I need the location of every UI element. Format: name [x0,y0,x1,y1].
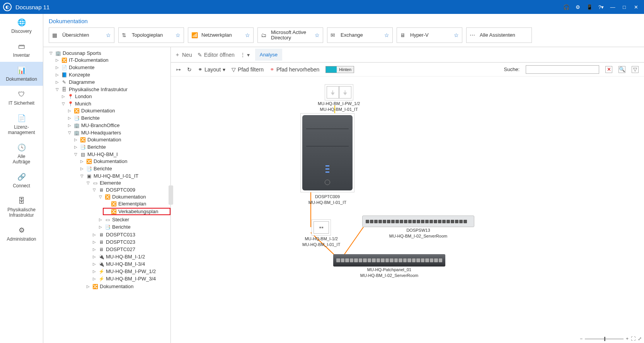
diagram-switch[interactable]: DOSPSW13 MU-HQ-BM_I-02_ServerRoom [362,216,474,239]
zoom-out-icon[interactable]: − [580,336,583,341]
tile-netzwerk[interactable]: 📶Netzwerkplan☆ [188,27,254,43]
nav-it-sicherheit[interactable]: 🛡IT Sicherheit [0,86,43,110]
tile-hyperv[interactable]: 🖥Hyper-V☆ [397,27,462,43]
fit-icon[interactable]: ⛶ [631,336,635,341]
tree-diagramme[interactable]: ▷✎Diagramme [53,79,170,85]
tree-pc009-berichte[interactable]: ▷📑Berichte [97,224,170,230]
diagram-power-outlet[interactable]: ⏚⏚ MU-HQ-BM_I-PW_1/2 MU-HQ-BM_I-01_IT [318,84,360,112]
tree-munich-doku[interactable]: ▷🔀Dokumentation [66,107,170,114]
diagram-toolbar: ↦ ↻ ⚭Layout ▾ ▽Pfad filtern ⚭Pfad hervor… [171,63,644,76]
nav-auftraege[interactable]: 🕓Alle Aufträge [0,139,43,168]
star-icon[interactable]: ☆ [384,32,389,38]
search-icon[interactable]: 🔍 [618,66,625,73]
new-button[interactable]: ＋Neu [175,51,192,58]
filter-path-button[interactable]: ▽Pfad filtern [232,66,264,73]
gear-icon[interactable]: ⚙ [573,2,583,12]
star-icon[interactable]: ☆ [175,32,181,38]
diagram-patchpanel[interactable]: MU-HQ-Patchpanel_01 MU-HQ-BM_I-02_Server… [333,254,445,278]
tree-elemente[interactable]: ▽▭Elemente [84,180,170,186]
nav-connect[interactable]: 🔗Connect [0,168,43,192]
legend-hinten[interactable]: Hinten [325,66,354,73]
minimize-icon[interactable]: — [608,2,618,12]
tree-stecker[interactable]: ▷▭Stecker [97,216,170,223]
star-icon[interactable]: ☆ [315,32,320,38]
tile-uebersichten[interactable]: ▦Übersichten☆ [49,27,114,43]
tree-bm[interactable]: ▽▤MU-HQ-BM_I [72,151,170,158]
filter-icon[interactable]: ▽ [632,66,639,73]
license-icon: 📄 [17,114,26,123]
layout-menu[interactable]: ⚭Layout ▾ [198,66,225,73]
diagram-canvas[interactable]: ⏚⏚ MU-HQ-BM_I-PW_1/2 MU-HQ-BM_I-01_IT DO… [171,76,644,343]
fullscreen-icon[interactable]: ⤢ [638,336,642,341]
nav-administration[interactable]: ⚙Administration [0,222,43,246]
diagram-pc[interactable]: DOSPTC009 MU-HQ-BM_I-01_IT [300,113,354,205]
switch-icon [362,216,474,227]
app-title: Docusnap 11 [15,4,560,10]
pencil-icon: ✎ [198,52,202,58]
title-bar: ◐ Docusnap 11 🎧 ⚙ 📱 ?▾ — □ ✕ [0,0,644,14]
tree-hq-doku[interactable]: ▷🔀Dokumentation [72,136,170,143]
tab-analyse[interactable]: Analyse [255,49,282,61]
tree-pw34[interactable]: ▷⚡MU-HQ-BM_I-PW_3/4 [90,275,170,282]
star-icon[interactable]: ☆ [106,32,111,38]
tree-bm-doku[interactable]: ▷🔀Dokumentation [78,158,170,165]
tree-itdoc[interactable]: ▷🔀IT-Dokumentation [53,57,170,63]
tile-exchange[interactable]: ✉Exchange☆ [327,27,393,43]
tree-room-doku[interactable]: ▷🔀Dokumentation [84,283,170,290]
zoom-in-icon[interactable]: + [626,336,629,341]
nav-inventar[interactable]: 🗃Inventar [0,38,43,62]
tree-konzepte[interactable]: ▷📘Konzepte [53,71,170,78]
tree-root[interactable]: ▽🏢Docusnap Sports [47,50,170,56]
tree-elementplan[interactable]: 🔀Elementplan [103,200,170,207]
nav-lizenz[interactable]: 📄Lizenz- management [0,110,43,139]
headset-icon[interactable]: 🎧 [561,2,571,12]
star-icon[interactable]: ☆ [245,32,250,38]
more-menu[interactable]: ⋮ ▾ [240,52,250,58]
tree-bm-berichte[interactable]: ▷📑Berichte [78,165,170,172]
tree-branch[interactable]: ▷🏢MU-BranchOffice [66,122,170,129]
maximize-icon[interactable]: □ [619,2,629,12]
clear-search-icon[interactable]: ✕ [605,66,612,73]
tree-munich[interactable]: ▽📍Munich [60,100,170,107]
device-icon[interactable]: 📱 [584,2,595,12]
tree-hq-berichte[interactable]: ▷📑Berichte [72,144,170,150]
tree-pw12[interactable]: ▷⚡MU-HQ-BM_I-PW_1/2 [90,268,170,275]
nav-discovery[interactable]: 🌐Discovery [0,14,43,38]
zoom-slider[interactable] [585,338,624,340]
tile-topologie[interactable]: ⇅Topologieplan☆ [118,27,184,43]
shield-icon: 🛡 [17,90,26,99]
nav-phys-infra[interactable]: 🗄Physikalische Infrastruktur [0,192,43,222]
refresh-icon[interactable]: ↻ [187,66,192,73]
tree-pc009[interactable]: ▽🖥DOSPTC009 [90,187,170,193]
tree-pc013[interactable]: ▷🖥DOSPTC013 [90,231,170,238]
tree-room[interactable]: ▽▣MU-HQ-BM_I-01_IT [78,173,170,179]
highlight-path-button[interactable]: ⚭Pfad hervorheben [270,66,319,73]
tile-ad[interactable]: 🗂Microsoft Active Directory☆ [257,27,323,43]
hyperv-icon: 🖥 [400,32,407,38]
tree-pc027[interactable]: ▷🖥DOSPTC027 [90,246,170,253]
tree-i34[interactable]: ▷🔌MU-HQ-BM_I-3/4 [90,261,170,267]
editor-open-button[interactable]: ✎Editor öffnen [198,52,235,58]
tree-i12[interactable]: ▷🔌MU-HQ-BM_I-1/2 [90,253,170,260]
server-icon: 🗄 [17,196,26,205]
ad-icon: 🗂 [261,32,268,38]
expand-icon[interactable]: ↦ [176,66,181,73]
close-icon[interactable]: ✕ [631,2,641,12]
tree-london[interactable]: ▷📍London [60,93,170,100]
globe-icon: 🌐 [17,18,26,27]
help-icon[interactable]: ?▾ [596,2,606,12]
search-input[interactable] [526,65,599,74]
diagram-wall-jack[interactable]: ▪▪ MU-HQ-BM_I-1/2 MU-HQ-BM_I-01_IT [302,219,340,247]
nav-dokumentation[interactable]: 📊Dokumentation [0,62,43,86]
tree-hq[interactable]: ▽🏢MU-Headquarters [66,129,170,136]
tile-all-wizards[interactable]: ⋯Alle Assistenten [466,27,532,43]
tree-munich-berichte[interactable]: ▷📑Berichte [66,115,170,121]
tree-phys[interactable]: ▽🗄Physikalische Infrastruktur [53,86,170,93]
tree-pc023[interactable]: ▷🖥DOSPTC023 [90,239,170,245]
star-icon[interactable]: ☆ [454,32,459,38]
app-logo-icon: ◐ [3,3,12,11]
tree-panel[interactable]: ▽🏢Docusnap Sports ▷🔀IT-Dokumentation ▷📄D… [43,47,171,343]
tree-dokumente[interactable]: ▷📄Dokumente [53,64,170,71]
tree-verkabelungsplan[interactable]: 🔀Verkabelungsplan [103,208,170,215]
tree-pc009-doku[interactable]: ▽🔀Dokumentation [97,194,170,200]
